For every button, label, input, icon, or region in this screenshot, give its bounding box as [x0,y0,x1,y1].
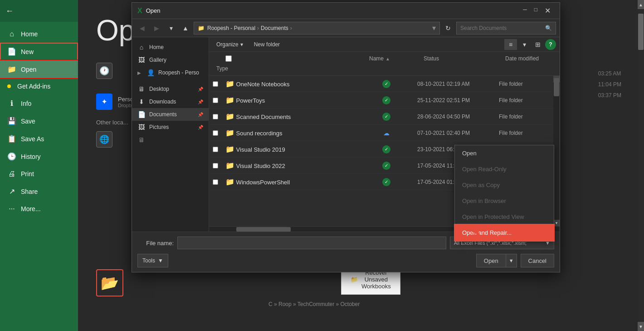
nav-item-home[interactable]: ⌂ Home [132,41,209,54]
pane-view-button[interactable]: ⊞ [532,39,544,50]
nav-roopesh-icon: 👤 [146,69,155,76]
nav-item-documents[interactable]: 📄 Documents 📌 [132,108,209,121]
nav-item-desktop[interactable]: 🖥 Desktop 📌 [132,83,209,95]
sidebar-item-open[interactable]: 📁 Open [0,60,78,78]
scroll-thumb[interactable] [638,14,644,50]
print-icon: 🖨 [7,170,16,178]
col-header-date[interactable]: Date modified [502,54,556,64]
scroll-down-button[interactable]: ▼ [553,220,560,226]
file-row[interactable]: 📁 PowerToys ✓ 25-11-2022 02:51 PM File f… [209,92,553,109]
nav-downloads-icon: ⬇ [137,98,146,105]
organize-button[interactable]: Organize ▾ [213,40,247,49]
file-checkbox[interactable] [213,179,218,185]
cancel-button[interactable]: Cancel [521,254,554,267]
file-checkbox[interactable] [213,147,218,152]
file-type: File folder [495,97,550,104]
new-folder-button[interactable]: New folder [250,40,283,49]
file-name: 📁 WindowsPowerShell [222,178,359,186]
search-box[interactable]: 🔍 [456,22,556,35]
address-bar[interactable]: 📁 Roopesh - Personal › Documents › ▾ [194,22,440,35]
maximize-button[interactable]: □ [531,5,541,17]
nav-item-extra[interactable]: 🖥 [132,133,209,146]
file-row[interactable]: 📁 Scanned Documents ✓ 28-06-2024 04:50 P… [209,109,553,125]
nav-back-button[interactable]: ◀ [136,22,148,35]
open-folder-icon[interactable]: 📂 [96,269,123,296]
list-view-button[interactable]: ≡ [504,39,517,50]
scrollbar-thumb[interactable] [554,78,559,96]
file-name: 📁 PowerToys [222,96,359,104]
file-checkbox[interactable] [213,163,218,168]
folder-icon: 📁 [225,113,234,120]
file-list-scrollbar[interactable]: ▲ ▼ [553,76,560,226]
sidebar-item-share[interactable]: ↗ Share [0,183,78,200]
sidebar-back-icon[interactable]: ← [5,6,14,16]
select-all-checkbox[interactable] [225,55,232,62]
sidebar-header: ← [0,0,78,22]
address-dropdown-icon[interactable]: ▾ [432,24,436,32]
h-scrollbar-thumb[interactable] [236,227,291,232]
file-name: 📁 Visual Studio 2022 [222,161,359,170]
sidebar-item-save[interactable]: 💾 Save [0,112,78,130]
folder-icon: 📁 [225,96,234,104]
col-header-name[interactable]: Name ▲ [366,54,420,64]
filename-input[interactable] [177,237,446,249]
clock-icon: 🕐 [96,63,112,79]
sidebar-item-get-add-ins[interactable]: Get Add-ins [0,78,78,94]
sidebar-item-new[interactable]: 📄 New [0,43,78,60]
open-main-button[interactable]: Open [476,254,506,267]
sidebar-item-more[interactable]: ··· More... [0,200,78,217]
col-header-type[interactable]: Type [213,64,366,74]
scroll-bottom-button[interactable]: ▼ [638,322,644,331]
file-checkbox[interactable] [213,114,218,119]
folder-icon: 📁 [225,80,234,88]
nav-forward-button[interactable]: ▶ [150,22,163,35]
sidebar-item-print[interactable]: 🖨 Print [0,165,78,183]
view-dropdown-button[interactable]: ▾ [518,39,531,50]
sidebar-item-history[interactable]: 🕒 History [0,148,78,165]
file-type: File folder [495,114,550,120]
nav-item-pictures[interactable]: 🖼 Pictures 📌 [132,121,209,133]
dropdown-item-browser[interactable]: Open in Browser [455,193,554,209]
info-icon: ℹ [7,99,16,108]
nav-up-button[interactable]: ▲ [179,22,192,35]
filename-label: File name: [137,240,174,247]
file-row[interactable]: 📁 OneNote Notebooks ✓ 08-10-2021 02:19 A… [209,76,553,92]
search-input[interactable] [460,25,542,31]
col-header-status[interactable]: Status [420,54,502,64]
minimize-button[interactable]: ─ [519,5,531,17]
nav-item-gallery[interactable]: 🖼 Gallery [132,54,209,66]
sidebar-item-home[interactable]: ⌂ Home [0,25,78,43]
nav-item-roopesh[interactable]: ▶ 👤 Roopesh - Perso [132,66,209,79]
file-status: ✓ [359,145,414,153]
file-checkbox[interactable] [213,98,218,103]
open-dropdown-button[interactable]: ▼ [506,254,517,267]
file-type: File folder [495,81,550,87]
status-check-icon: ✓ [382,113,390,121]
dropdown-item-protected[interactable]: Open in Protected View [455,209,554,225]
file-checkbox[interactable] [213,130,218,136]
refresh-button[interactable]: ↻ [442,22,454,35]
dropdown-item-open[interactable]: Open [455,145,554,161]
tools-button[interactable]: Tools ▼ [137,254,168,267]
file-checkbox[interactable] [213,81,218,87]
status-cloud-icon: ☁ [383,129,390,137]
backstage-title: Op [96,14,135,47]
sidebar-item-label-info: Info [21,100,31,107]
nav-item-downloads[interactable]: ⬇ Downloads 📌 [132,95,209,108]
backstage-scrollbar[interactable]: ▲ ▼ [638,0,644,331]
dropdown-item-readonly[interactable]: Open Read-Only [455,161,554,177]
open-icon: 📁 [7,65,16,74]
open-dropdown-arrow-icon: ▼ [509,258,514,263]
dropdown-item-repair[interactable]: Open and Repair... [455,225,554,241]
sidebar-item-save-as[interactable]: 📋 Save As [0,130,78,148]
dropdown-item-copy[interactable]: Open as Copy [455,177,554,193]
file-row[interactable]: 📁 Sound recordings ☁ 07-10-2021 02:40 PM… [209,125,553,141]
scroll-top-button[interactable]: ▲ [638,0,644,9]
nav-down-button[interactable]: ▾ [165,22,177,35]
sidebar-item-info[interactable]: ℹ Info [0,94,78,112]
help-button[interactable]: ? [545,39,556,50]
sidebar-item-label-share: Share [21,188,38,195]
save-as-icon: 📋 [7,134,16,143]
desktop-pin-icon: 📌 [198,87,203,92]
close-button[interactable]: ✕ [541,5,554,17]
